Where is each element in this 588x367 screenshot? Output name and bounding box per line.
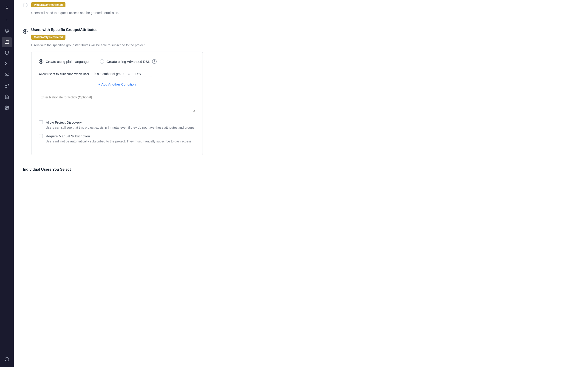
- sidebar-item-add[interactable]: +: [2, 15, 12, 25]
- sidebar-item-layers[interactable]: [2, 26, 12, 36]
- groups-radio[interactable]: [23, 29, 27, 34]
- radio-plain-language[interactable]: Create using plain language: [39, 59, 89, 64]
- folder-icon: [5, 40, 9, 45]
- top-description: Users will need to request access and be…: [31, 11, 579, 15]
- bottom-section-title: Individual Users You Select: [23, 167, 579, 172]
- manual-subscription-row: Require Manual Subscription: [39, 134, 195, 138]
- manual-subscription-item: Require Manual Subscription Users will n…: [39, 134, 195, 143]
- sidebar-item-settings[interactable]: [2, 103, 12, 113]
- svg-point-5: [6, 107, 8, 108]
- main-content: Moderately Restricted Users will need to…: [14, 0, 588, 367]
- radio-plain-outer: [39, 59, 43, 64]
- condition-row: Allow users to subscribe when user is a …: [39, 71, 195, 77]
- svg-point-2: [6, 73, 7, 75]
- policy-card: Create using plain language Create using…: [31, 52, 203, 155]
- groups-badge: Moderately Restricted: [31, 35, 65, 40]
- sidebar-item-shield[interactable]: [2, 48, 12, 58]
- groups-description: Users with the specified groups/attribut…: [31, 43, 203, 47]
- top-section-content: Moderately Restricted Users will need to…: [31, 2, 579, 15]
- project-discovery-item: Allow Project Discovery Users can still …: [39, 120, 195, 129]
- group-value[interactable]: Dev: [133, 71, 152, 77]
- sidebar-logo: 1: [2, 2, 12, 12]
- radio-plain-label: Create using plain language: [46, 60, 89, 64]
- groups-content: Users with Specific Groups/Attributes Mo…: [31, 28, 203, 155]
- project-discovery-row: Allow Project Discovery: [39, 120, 195, 124]
- add-condition-button[interactable]: + Add Another Condition: [97, 81, 138, 87]
- layers-icon: [5, 28, 9, 34]
- sidebar: 1 +: [0, 0, 14, 367]
- radio-dsl-label: Create using Advanced DSL: [107, 60, 150, 64]
- project-discovery-checkbox[interactable]: [39, 120, 43, 124]
- manual-subscription-checkbox[interactable]: [39, 134, 43, 138]
- sidebar-item-help[interactable]: [2, 355, 12, 365]
- groups-section: Users with Specific Groups/Attributes Mo…: [14, 21, 588, 162]
- condition-prefix: Allow users to subscribe when user: [39, 72, 89, 76]
- groups-radio-inner: [24, 30, 26, 33]
- groups-title: Users with Specific Groups/Attributes: [31, 28, 203, 32]
- operator-select-wrapper[interactable]: is a member of group ▲ ▼: [92, 71, 131, 77]
- terminal-icon: [5, 61, 9, 67]
- sidebar-item-document[interactable]: [2, 92, 12, 102]
- project-discovery-desc: Users can still see that this project ex…: [46, 126, 195, 129]
- radio-advanced-dsl[interactable]: Create using Advanced DSL ?: [100, 59, 157, 64]
- top-radio-button[interactable]: [23, 3, 27, 7]
- sidebar-item-terminal[interactable]: [2, 59, 12, 69]
- radio-plain-inner: [40, 60, 42, 63]
- settings-icon: [5, 106, 9, 111]
- radio-options-row: Create using plain language Create using…: [39, 59, 195, 64]
- sidebar-item-folder[interactable]: [2, 37, 12, 47]
- add-condition-row: + Add Another Condition: [39, 81, 195, 87]
- bottom-section: Individual Users You Select: [14, 162, 588, 174]
- top-restricted-section: Moderately Restricted Users will need to…: [14, 0, 588, 21]
- manual-subscription-desc: Users will not be automatically subscrib…: [46, 140, 195, 143]
- checkbox-section: Allow Project Discovery Users can still …: [39, 120, 195, 143]
- rationale-textarea[interactable]: [39, 94, 195, 112]
- top-badge: Moderately Restricted: [31, 2, 65, 7]
- help-circle-icon[interactable]: ?: [152, 59, 157, 64]
- key-icon: [5, 83, 9, 89]
- sidebar-item-users[interactable]: [2, 70, 12, 80]
- project-discovery-label: Allow Project Discovery: [46, 120, 82, 124]
- shield-icon: [5, 50, 9, 56]
- users-icon: [5, 73, 9, 78]
- help-icon: [5, 357, 9, 363]
- groups-row: Users with Specific Groups/Attributes Mo…: [23, 28, 579, 155]
- document-icon: [5, 94, 9, 100]
- add-icon: +: [6, 18, 8, 23]
- sidebar-item-key[interactable]: [2, 81, 12, 91]
- operator-select[interactable]: is a member of group: [92, 71, 131, 77]
- manual-subscription-label: Require Manual Subscription: [46, 134, 90, 138]
- groups-radio-outer: [23, 29, 27, 34]
- radio-dsl-outer: [100, 59, 104, 64]
